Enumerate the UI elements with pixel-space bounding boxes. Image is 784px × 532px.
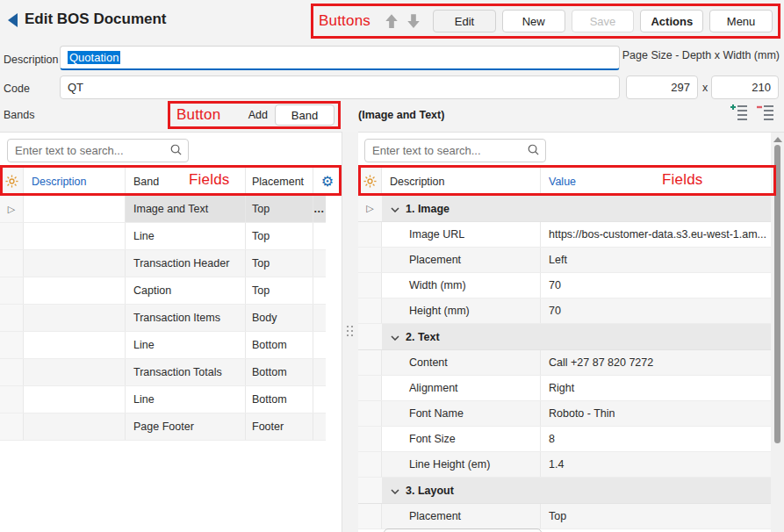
chevron-down-icon[interactable] xyxy=(391,331,399,343)
cell-description[interactable] xyxy=(24,305,126,331)
cell-band[interactable]: Line xyxy=(126,386,246,413)
collapse-all-icon[interactable] xyxy=(757,104,774,120)
actions-button[interactable]: Actions xyxy=(640,10,703,32)
move-up-icon[interactable] xyxy=(384,13,399,29)
table-row[interactable]: Caption Top xyxy=(0,277,326,305)
cell-description[interactable] xyxy=(24,332,126,358)
cell-description[interactable] xyxy=(24,250,126,277)
column-header-value[interactable]: Value xyxy=(541,168,771,195)
options-sun-icon[interactable] xyxy=(0,168,24,195)
cell-placement[interactable]: Footer xyxy=(246,413,313,440)
cell-description[interactable] xyxy=(24,413,126,440)
property-row[interactable]: Line Height (em) 1.4 xyxy=(358,452,771,478)
cell-band[interactable]: Page Footer xyxy=(126,413,246,440)
cell-band[interactable]: Transaction Totals xyxy=(126,359,246,385)
cell-placement[interactable]: Top xyxy=(246,223,313,249)
row-expand-icon[interactable]: ▷ xyxy=(366,203,373,214)
cell-description[interactable] xyxy=(24,277,126,304)
column-header-description[interactable]: Description xyxy=(24,168,126,195)
cell-band[interactable]: Transaction Items xyxy=(126,305,246,331)
table-row[interactable]: Line Top xyxy=(0,223,326,250)
add-band-button[interactable]: Band xyxy=(275,104,334,126)
property-value[interactable]: 70 xyxy=(541,273,771,298)
scrollbar-track[interactable] xyxy=(771,133,784,532)
cell-placement[interactable]: Body xyxy=(246,305,313,331)
scrollbar-up-icon[interactable] xyxy=(773,137,782,142)
cell-band[interactable]: Caption xyxy=(126,277,246,304)
cell-band[interactable]: Line xyxy=(126,223,246,249)
column-header-description[interactable]: Description xyxy=(382,168,541,195)
bands-search-box[interactable] xyxy=(7,139,189,162)
cell-description[interactable] xyxy=(24,359,126,385)
property-row[interactable]: Height (mm) 70 xyxy=(358,298,771,324)
property-value[interactable]: https://bos-customer-data.s3.eu-west-1.a… xyxy=(541,222,771,247)
row-expand-icon[interactable]: ▷ xyxy=(8,204,15,215)
column-chooser-gear-icon[interactable]: ⚙ xyxy=(321,175,334,189)
properties-search-box[interactable] xyxy=(364,139,546,162)
cell-placement[interactable]: Top xyxy=(246,196,313,222)
table-row[interactable]: Line Bottom xyxy=(0,386,326,413)
table-row[interactable]: Line Bottom xyxy=(0,332,326,359)
property-value[interactable]: Right xyxy=(541,376,771,400)
code-input[interactable]: QT xyxy=(60,75,620,99)
save-button[interactable]: Save xyxy=(572,10,635,32)
chevron-down-icon[interactable] xyxy=(391,203,399,215)
edit-button[interactable]: Edit xyxy=(433,10,496,32)
cell-placement[interactable]: Bottom xyxy=(246,332,313,358)
property-row[interactable]: Width (mm) 70 xyxy=(358,273,771,298)
splitter-grip-icon[interactable] xyxy=(347,326,353,336)
page-depth-input[interactable]: 297 xyxy=(626,75,698,99)
property-row[interactable]: Image URL https://bos-customer-data.s3.e… xyxy=(358,222,771,248)
page-width-input[interactable]: 210 xyxy=(711,75,779,99)
property-label: Height (mm) xyxy=(382,298,541,323)
expand-all-icon[interactable] xyxy=(730,104,748,120)
cell-placement[interactable]: Bottom xyxy=(246,359,313,385)
scrollbar-thumb[interactable] xyxy=(774,145,780,443)
new-button[interactable]: New xyxy=(502,10,565,32)
chevron-down-icon[interactable] xyxy=(391,485,399,497)
property-row[interactable]: Alignment Right xyxy=(358,376,771,401)
table-row[interactable]: Page Footer Footer xyxy=(0,413,326,441)
property-row[interactable]: Font Name Roboto - Thin xyxy=(358,401,771,427)
property-value[interactable]: Roboto - Thin xyxy=(541,401,771,426)
group-row[interactable]: ▷ 1. Image xyxy=(358,196,771,222)
bands-search-input[interactable] xyxy=(15,144,169,157)
property-value[interactable]: Call +27 87 820 7272 xyxy=(541,350,771,375)
cell-description[interactable] xyxy=(24,196,126,222)
cell-placement[interactable]: Bottom xyxy=(246,386,313,413)
cell-band[interactable]: Image and Text xyxy=(126,196,246,222)
bands-section-title: Bands xyxy=(4,109,34,121)
menu-button[interactable]: Menu xyxy=(709,10,773,32)
panel-splitter[interactable] xyxy=(342,132,358,532)
property-row[interactable]: Font Size 8 xyxy=(358,427,771,452)
table-row[interactable]: Transaction Items Body xyxy=(0,305,326,332)
group-row[interactable]: 3. Layout xyxy=(358,478,771,504)
description-input[interactable]: Quotation xyxy=(60,46,620,70)
cell-band[interactable]: Line xyxy=(126,332,246,358)
cell-description[interactable] xyxy=(24,386,126,413)
cell-band[interactable]: Transaction Header xyxy=(126,250,246,277)
property-value[interactable]: Top xyxy=(541,504,771,528)
row-menu-ellipsis-icon[interactable]: … xyxy=(313,203,326,215)
table-row[interactable]: Transaction Header Top xyxy=(0,250,326,277)
cell-description[interactable] xyxy=(24,223,126,249)
column-header-band[interactable]: Band xyxy=(126,168,246,195)
options-sun-icon[interactable] xyxy=(358,168,382,195)
property-value[interactable]: 70 xyxy=(541,298,771,323)
add-label: Add xyxy=(248,109,268,121)
property-value[interactable]: 8 xyxy=(541,427,771,451)
cell-placement[interactable]: Top xyxy=(246,277,313,304)
move-down-icon[interactable] xyxy=(406,13,421,29)
properties-search-input[interactable] xyxy=(372,144,527,157)
property-value[interactable]: Left xyxy=(541,248,771,272)
column-header-placement[interactable]: Placement xyxy=(246,168,313,195)
property-row[interactable]: Placement Top xyxy=(358,504,771,529)
back-icon[interactable] xyxy=(8,13,18,27)
property-row[interactable]: Placement Left xyxy=(358,248,771,273)
table-row[interactable]: ▷ Image and Text Top … xyxy=(0,196,326,223)
cell-placement[interactable]: Top xyxy=(246,250,313,277)
group-row[interactable]: 2. Text xyxy=(358,324,771,350)
property-value[interactable]: 1.4 xyxy=(541,452,771,477)
property-row[interactable]: Content Call +27 87 820 7272 xyxy=(358,350,771,376)
table-row[interactable]: Transaction Totals Bottom xyxy=(0,359,326,386)
